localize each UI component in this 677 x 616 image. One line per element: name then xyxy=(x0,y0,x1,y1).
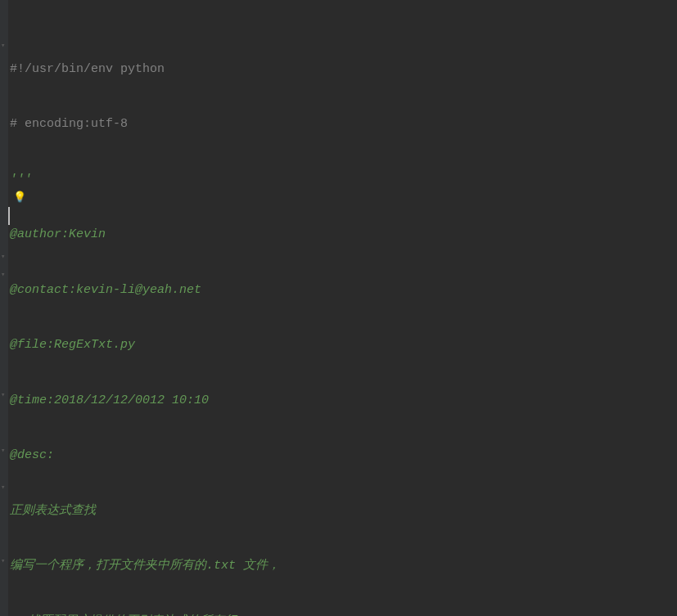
comment: # encoding:utf-8 xyxy=(10,115,128,134)
code-line[interactable]: @desc: xyxy=(8,447,677,465)
code-line[interactable]: @time:2018/12/12/0012 10:10 xyxy=(8,392,677,411)
docstring: 编写一个程序，打开文件夹中所有的.txt 文件， xyxy=(10,557,280,576)
text-cursor xyxy=(8,207,10,225)
comment: #!/usr/bin/env python xyxy=(10,61,165,79)
docstring: 正则表达式查找 xyxy=(10,502,96,521)
code-line[interactable]: ''' xyxy=(8,171,677,190)
code-line[interactable]: @author:Kevin xyxy=(8,226,677,245)
intention-bulb-icon[interactable]: 💡 xyxy=(13,190,26,206)
fold-marker-icon: ▾ xyxy=(1,556,5,568)
code-line[interactable]: @file:RegExTxt.py xyxy=(8,336,677,355)
code-editor[interactable]: ▾ ▾ ▾ ▾ ▾ ▾ ▾ 💡 #!/usr/bin/env python # … xyxy=(0,0,677,616)
fold-marker-icon: ▾ xyxy=(1,41,5,52)
docstring: ''' xyxy=(10,171,32,190)
fold-marker-icon: ▾ xyxy=(1,446,5,457)
code-line[interactable]: 编写一个程序，打开文件夹中所有的.txt 文件， xyxy=(8,557,677,576)
code-area[interactable]: #!/usr/bin/env python # encoding:utf-8 '… xyxy=(8,0,677,616)
docstring: @desc: xyxy=(10,447,54,465)
fold-marker-icon: ▾ xyxy=(1,483,5,494)
code-line[interactable]: # encoding:utf-8 xyxy=(8,115,677,134)
docstring: 找匹配用户提供的正则表达式的所有行。 xyxy=(10,613,249,617)
docstring: @time:2018/12/12/0012 10:10 xyxy=(10,392,209,411)
code-line[interactable]: #!/usr/bin/env python xyxy=(8,61,677,79)
code-line[interactable]: 正则表达式查找 xyxy=(8,502,677,521)
code-line[interactable]: 找匹配用户提供的正则表达式的所有行。 xyxy=(8,613,677,617)
docstring: @contact:kevin-li@yeah.net xyxy=(10,281,201,300)
docstring: @file:RegExTxt.py xyxy=(10,336,135,355)
gutter: ▾ ▾ ▾ ▾ ▾ ▾ ▾ xyxy=(0,0,8,616)
code-line[interactable]: @contact:kevin-li@yeah.net xyxy=(8,281,677,300)
fold-marker-icon: ▾ xyxy=(1,390,5,402)
docstring: @author:Kevin xyxy=(10,226,106,245)
fold-marker-icon: ▾ xyxy=(1,252,5,263)
fold-marker-icon: ▾ xyxy=(1,270,5,281)
